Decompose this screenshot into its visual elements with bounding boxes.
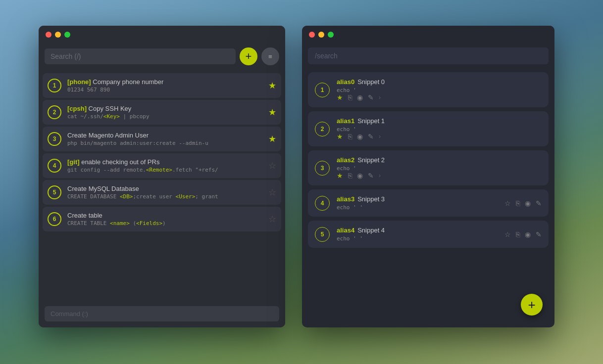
star-icon[interactable]: ★	[337, 93, 343, 101]
list-item[interactable]: 5 alias4 Snippet 4 echo ' ' ☆ ⎘ ◉ ✎	[308, 221, 549, 248]
snippet-alias: alias2	[337, 156, 354, 164]
list-item[interactable]: 3 Create Magento Admin User php bin/mage…	[43, 127, 281, 151]
snippet-content: alias2 Snippet 2 echo ' ★ ⎘ ◉ ✎ ›	[337, 156, 542, 180]
command-input[interactable]	[45, 306, 279, 321]
right-search-input[interactable]	[308, 47, 549, 64]
star-icon[interactable]: ☆	[268, 160, 276, 171]
list-item[interactable]: 5 Create MySQL Database CREATE DATABASE …	[43, 180, 281, 205]
chevron-right-icon[interactable]: ›	[379, 133, 381, 140]
close-button[interactable]	[46, 32, 51, 38]
snippet-title-row: alias4 Snippet 4	[337, 227, 498, 234]
snippet-alias: alias0	[337, 78, 354, 86]
fab-plus-icon: +	[528, 297, 535, 313]
list-item[interactable]: 4 alias3 Snippet 3 echo ' ' ☆ ⎘ ◉ ✎	[308, 189, 549, 217]
snippet-number: 6	[48, 212, 61, 226]
left-search-header: + ≡	[39, 44, 285, 71]
star-icon[interactable]: ★	[268, 107, 276, 118]
snippet-tag: [git]	[67, 158, 80, 166]
list-item[interactable]: 2 alias1 Snippet 1 echo ' ★ ⎘ ◉ ✎ ›	[308, 111, 549, 146]
snippet-name: Snippet 2	[357, 156, 385, 164]
snippet-content: alias1 Snippet 1 echo ' ★ ⎘ ◉ ✎ ›	[337, 117, 542, 140]
menu-button[interactable]: ≡	[261, 47, 279, 65]
right-search-header	[302, 44, 554, 70]
snippet-number: 2	[48, 105, 61, 119]
snippet-actions: ★ ⎘ ◉ ✎ ›	[337, 93, 542, 101]
list-item[interactable]: 2 [cpsh] Copy SSH Key cat ~/.ssh/<Key> |…	[43, 100, 281, 125]
copy-icon[interactable]: ⎘	[348, 133, 352, 140]
fab-add-button[interactable]: +	[521, 294, 543, 316]
snippet-actions: ☆ ⎘ ◉ ✎	[504, 199, 542, 207]
snippet-actions: ★ ⎘ ◉ ✎ ›	[337, 133, 542, 140]
minimize-button[interactable]	[55, 32, 61, 38]
eye-icon[interactable]: ◉	[357, 133, 363, 140]
traffic-lights-right	[309, 32, 334, 38]
eye-icon[interactable]: ◉	[357, 93, 363, 101]
snippet-name: Snippet 0	[357, 78, 385, 86]
snippet-title: Create MySQL Database	[67, 185, 262, 192]
snippet-alias: alias3	[337, 195, 354, 203]
maximize-button[interactable]	[64, 32, 70, 38]
copy-icon[interactable]: ⎘	[348, 93, 352, 101]
snippet-tag: [cpsh]	[67, 105, 87, 112]
star-icon[interactable]: ☆	[268, 187, 276, 198]
add-snippet-button[interactable]: +	[240, 47, 257, 65]
snippet-content: Create Magento Admin User php bin/magent…	[67, 132, 262, 146]
star-icon[interactable]: ☆	[504, 230, 511, 238]
snippet-number: 2	[315, 122, 330, 136]
snippet-title: Create table	[67, 212, 262, 219]
snippet-code: CREATE DATABASE <DB>;create user <User>;…	[67, 193, 262, 200]
star-icon[interactable]: ☆	[268, 214, 276, 225]
snippet-title: [git] enable checking out of PRs	[67, 158, 262, 166]
search-input[interactable]	[45, 48, 236, 64]
snippet-name: Snippet 1	[357, 117, 385, 125]
snippet-number: 3	[48, 132, 61, 146]
snippet-title: [phone] Company phone number	[67, 78, 262, 86]
snippet-code: cat ~/.ssh/<Key> | pbcopy	[67, 113, 262, 120]
list-item[interactable]: 1 alias0 Snippet 0 echo ' ★ ⎘ ◉ ✎ ›	[308, 72, 549, 107]
edit-icon[interactable]: ✎	[368, 133, 374, 140]
traffic-lights-left	[46, 32, 70, 38]
maximize-button-right[interactable]	[328, 32, 334, 38]
snippet-content: Create MySQL Database CREATE DATABASE <D…	[67, 185, 262, 200]
snippet-code: git config --add remote.<Remote>.fetch "…	[67, 167, 262, 173]
snippet-content: [phone] Company phone number 01234 567 8…	[67, 78, 262, 93]
star-icon[interactable]: ★	[268, 80, 276, 91]
copy-icon[interactable]: ⎘	[348, 172, 352, 180]
snippet-number: 3	[315, 161, 330, 176]
list-item[interactable]: 6 Create table CREATE TABLE <name> (<Fie…	[43, 207, 281, 231]
star-icon[interactable]: ☆	[504, 199, 511, 207]
star-icon[interactable]: ★	[268, 134, 276, 144]
snippet-title-row: alias3 Snippet 3	[337, 195, 498, 203]
list-item[interactable]: 4 [git] enable checking out of PRs git c…	[43, 153, 281, 178]
chevron-right-icon[interactable]: ›	[379, 94, 381, 101]
snippet-number: 5	[315, 227, 330, 242]
list-item[interactable]: 1 [phone] Company phone number 01234 567…	[43, 73, 281, 98]
eye-icon[interactable]: ◉	[357, 172, 363, 180]
edit-icon[interactable]: ✎	[368, 93, 374, 101]
copy-icon[interactable]: ⎘	[516, 199, 520, 207]
snippet-content: [cpsh] Copy SSH Key cat ~/.ssh/<Key> | p…	[67, 105, 262, 120]
list-item[interactable]: 3 alias2 Snippet 2 echo ' ★ ⎘ ◉ ✎ ›	[308, 150, 549, 185]
snippet-title-row: alias1 Snippet 1	[337, 117, 542, 125]
snippet-number: 5	[48, 185, 61, 199]
star-icon[interactable]: ★	[337, 172, 343, 180]
right-window: 1 alias0 Snippet 0 echo ' ★ ⎘ ◉ ✎ › 2 al…	[302, 26, 554, 327]
copy-icon[interactable]: ⎘	[516, 230, 520, 238]
snippet-content: Create table CREATE TABLE <name> (<Field…	[67, 212, 262, 227]
titlebar-left	[39, 26, 285, 44]
left-window: + ≡ 1 [phone] Company phone number 01234…	[39, 26, 285, 327]
close-button-right[interactable]	[309, 32, 315, 38]
eye-icon[interactable]: ◉	[525, 199, 531, 207]
snippet-code: echo '	[337, 165, 542, 172]
eye-icon[interactable]: ◉	[525, 230, 531, 238]
star-icon[interactable]: ★	[337, 133, 343, 140]
edit-icon[interactable]: ✎	[536, 199, 542, 207]
chevron-right-icon[interactable]: ›	[379, 172, 381, 179]
snippet-content: [git] enable checking out of PRs git con…	[67, 158, 262, 173]
snippet-number: 1	[48, 79, 61, 92]
edit-icon[interactable]: ✎	[536, 230, 542, 238]
snippet-code: php bin/magento admin:user:create --admi…	[67, 140, 262, 146]
snippet-code: echo ' '	[337, 235, 498, 242]
edit-icon[interactable]: ✎	[368, 172, 374, 180]
minimize-button-right[interactable]	[318, 32, 324, 38]
